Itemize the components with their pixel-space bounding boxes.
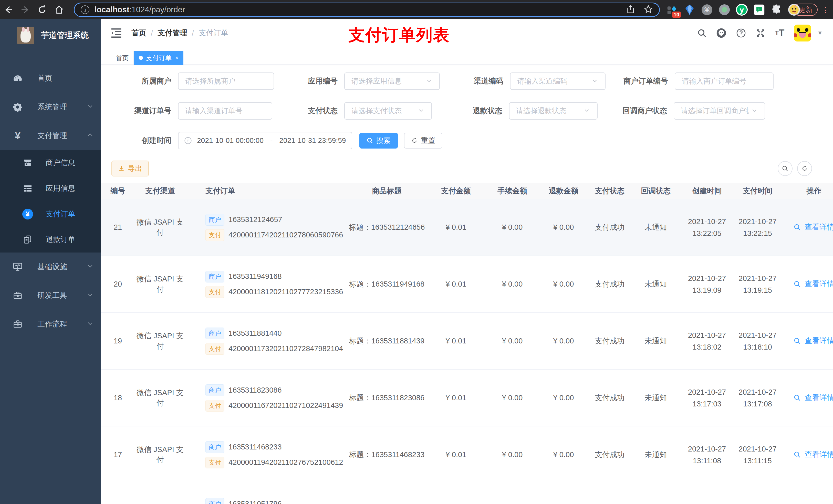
filter-input[interactable] xyxy=(178,72,274,90)
shop-icon xyxy=(22,157,33,169)
view-detail-link[interactable]: 查看详情 xyxy=(793,279,833,289)
filter-select[interactable]: 请输入渠道编码 xyxy=(510,72,605,90)
merchant-badge: 商户 xyxy=(206,498,224,504)
table-row: 18微信 JSAPI 支付商户1635311823086支付4200001167… xyxy=(101,369,833,426)
sidebar-item-5-active[interactable]: ¥支付订单 xyxy=(0,201,101,227)
app-logo-row[interactable]: 芋道管理系统 xyxy=(0,19,101,47)
table-toolbar: 导出 xyxy=(101,161,833,176)
cell-pay-time: 2021-10-2713:11:15 xyxy=(733,443,783,466)
sidebar-item-3[interactable]: 商户信息 xyxy=(0,150,101,176)
sidebar-item-0[interactable]: 首页 xyxy=(0,64,101,93)
cell-id: 19 xyxy=(101,337,136,345)
toolbox-icon xyxy=(12,290,24,302)
address-bar[interactable]: i localhost :1024/pay/order xyxy=(74,3,660,17)
font-size-icon[interactable]: TT xyxy=(775,28,785,39)
view-detail-link[interactable]: 查看详情 xyxy=(793,336,833,346)
reset-button[interactable]: 重置 xyxy=(404,133,443,148)
search-icon[interactable] xyxy=(697,28,707,38)
share-icon[interactable] xyxy=(626,5,635,15)
help-icon[interactable] xyxy=(736,28,746,38)
browser-home-icon[interactable] xyxy=(51,1,68,18)
github-icon[interactable] xyxy=(716,28,727,38)
sidebar-toggle-icon[interactable] xyxy=(111,28,122,38)
merchant-badge: 商户 xyxy=(206,271,224,283)
avatar-caret-icon[interactable]: ▼ xyxy=(817,30,823,37)
cell-fee: ¥ 0.00 xyxy=(487,393,538,402)
filter-select[interactable]: 请选择订单回调商户状态 xyxy=(674,102,765,120)
puzzle-icon[interactable] xyxy=(770,4,783,16)
filter-item-渠道订单号: 渠道订单号 xyxy=(106,102,272,120)
filter-item-商户订单编号: 商户订单编号 xyxy=(605,72,774,90)
pinned-ext-icon[interactable]: 10 xyxy=(666,4,678,16)
select-chevron-icon xyxy=(591,77,598,85)
sidebar-item-6[interactable]: 退款订单 xyxy=(0,227,101,253)
tab-home[interactable]: 首页 xyxy=(111,51,134,65)
browser-refresh-icon[interactable] xyxy=(34,1,51,18)
cell-title: 标题：1635311468233 xyxy=(348,450,425,460)
sidebar-item-9[interactable]: 工作流程 xyxy=(0,310,101,339)
sidebar-item-2[interactable]: ¥支付管理 xyxy=(0,121,101,150)
browser-back-icon[interactable] xyxy=(0,1,17,18)
breadcrumb-home[interactable]: 首页 xyxy=(132,28,146,38)
filter-select[interactable]: 请选择应用信息 xyxy=(344,72,440,90)
grid-icon xyxy=(22,183,33,194)
toggle-search-button[interactable] xyxy=(778,161,792,176)
cell-refund: ¥ 0.00 xyxy=(538,393,589,402)
avatar[interactable] xyxy=(794,25,811,42)
fullscreen-icon[interactable] xyxy=(756,28,765,38)
bookmark-star-icon[interactable] xyxy=(644,5,653,15)
filter-input[interactable] xyxy=(675,72,774,90)
extension-badge: 10 xyxy=(672,11,681,18)
view-detail-link[interactable]: 查看详情 xyxy=(793,222,833,232)
browser-menu-icon[interactable]: ⋮ xyxy=(822,4,829,16)
order-table: 编号支付渠道支付订单商品标题支付金额手续金额退款金额支付状态回调状态创建时间支付… xyxy=(101,183,833,504)
svg-text:y: y xyxy=(740,6,744,14)
sidebar: 芋道管理系统 首页系统管理¥支付管理商户信息应用信息¥支付订单退款订单基础设施研… xyxy=(0,19,101,504)
col-header-paystatus: 支付状态 xyxy=(589,186,630,196)
yuque-icon[interactable]: y xyxy=(736,4,748,16)
sidebar-item-1[interactable]: 系统管理 xyxy=(0,93,101,121)
filter-input[interactable] xyxy=(178,102,272,120)
chevron-down-icon xyxy=(87,103,94,112)
sidebar-item-7[interactable]: 基础设施 xyxy=(0,253,101,281)
filter-select[interactable]: 请选择退款状态 xyxy=(509,102,598,120)
update-button[interactable]: 更新 xyxy=(793,4,818,16)
select-chevron-icon xyxy=(418,107,425,115)
cell-refund: ¥ 0.00 xyxy=(538,451,589,459)
table-body: 21微信 JSAPI 支付商户1635312124657支付4200001174… xyxy=(101,199,833,504)
view-detail-link[interactable]: 查看详情 xyxy=(793,450,833,460)
sidebar-item-8[interactable]: 研发工具 xyxy=(0,281,101,310)
filter-select[interactable]: 请选择支付状态 xyxy=(344,102,432,120)
cell-id: 20 xyxy=(101,280,136,288)
sidebar-item-4[interactable]: 应用信息 xyxy=(0,176,101,201)
merchant-badge: 商户 xyxy=(206,441,224,453)
chevron-up-icon xyxy=(87,131,94,140)
cell-title: 标题：1635311949168 xyxy=(348,279,425,289)
cell-id: 18 xyxy=(101,393,136,402)
export-button[interactable]: 导出 xyxy=(112,161,149,176)
cell-title: 标题：1635312124656 xyxy=(348,222,425,233)
tab-close-icon[interactable]: × xyxy=(175,54,178,61)
cell-amount: ¥ 0.01 xyxy=(425,223,487,232)
monitor-icon xyxy=(12,261,24,273)
gem-icon[interactable] xyxy=(684,4,696,16)
refresh-table-button[interactable] xyxy=(797,161,812,176)
cell-amount: ¥ 0.01 xyxy=(425,393,487,402)
site-info-icon[interactable]: i xyxy=(81,5,89,14)
cell-refund: ¥ 0.00 xyxy=(538,337,589,345)
view-detail-link[interactable]: 查看详情 xyxy=(793,392,833,403)
record-icon[interactable] xyxy=(718,4,731,16)
filter-form: 所属商户应用编号请选择应用信息渠道编码请输入渠道编码商户订单编号 渠道订单号支付… xyxy=(101,72,833,162)
col-header-amount: 支付金额 xyxy=(425,186,487,196)
tab-pay-order[interactable]: 支付订单 × xyxy=(134,51,184,65)
cell-id: 17 xyxy=(101,451,136,459)
chat-icon[interactable] xyxy=(753,4,765,16)
col-header-ctime: 创建时间 xyxy=(681,186,733,196)
command-icon[interactable]: ⌘ xyxy=(701,4,713,16)
create-time-range-input[interactable]: 2021-10-01 00:00:00 - 2021-10-31 23:59:5… xyxy=(178,132,352,149)
date-end-value: 2021-10-31 23:59:59 xyxy=(279,137,346,145)
browser-forward-icon[interactable] xyxy=(17,1,34,18)
yen-circle-icon: ¥ xyxy=(22,209,33,220)
breadcrumb-pay-manage[interactable]: 支付管理 xyxy=(158,28,187,38)
search-button[interactable]: 搜索 xyxy=(359,133,398,148)
